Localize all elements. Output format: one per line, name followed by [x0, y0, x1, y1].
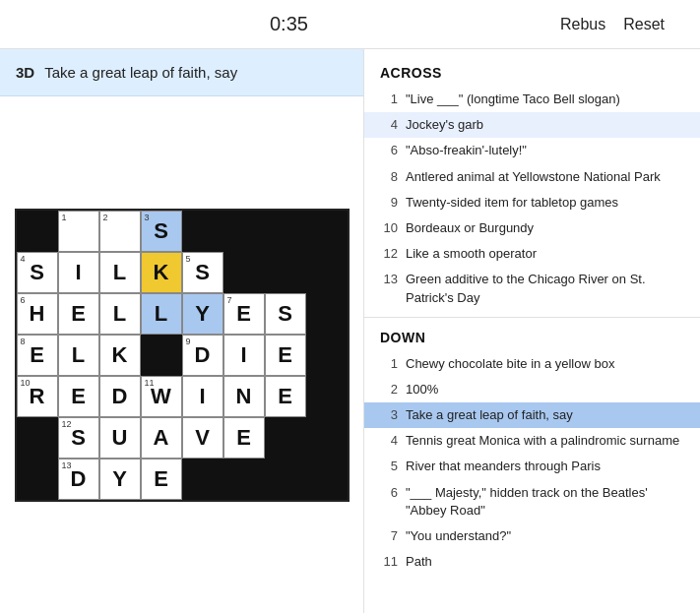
- cell[interactable]: [306, 211, 348, 252]
- clue-text: 100%: [406, 381, 438, 398]
- cell[interactable]: L: [141, 293, 182, 335]
- cell[interactable]: [306, 459, 348, 500]
- cell-letter: E: [236, 303, 251, 325]
- cell[interactable]: 3S: [141, 211, 182, 252]
- cell[interactable]: [223, 459, 265, 500]
- cell[interactable]: [306, 417, 348, 459]
- clue-text: Like a smooth operator: [406, 245, 537, 263]
- cell[interactable]: [306, 376, 348, 417]
- left-panel: 3D Take a great leap of faith, say 123S4…: [0, 49, 364, 613]
- cell[interactable]: 9D: [182, 335, 223, 376]
- cell[interactable]: [306, 335, 348, 376]
- cell[interactable]: [223, 211, 265, 252]
- down-clue-item[interactable]: 1Chewy chocolate bite in a yellow box: [364, 351, 700, 377]
- across-clue-item[interactable]: 4Jockey's garb: [364, 112, 700, 138]
- cell[interactable]: I: [182, 376, 223, 417]
- cell[interactable]: 1: [58, 211, 99, 252]
- cell[interactable]: E: [265, 335, 306, 376]
- cell[interactable]: V: [182, 417, 223, 459]
- across-clues-list: 1"Live ___" (longtime Taco Bell slogan)4…: [364, 87, 700, 311]
- main-content: 3D Take a great leap of faith, say 123S4…: [0, 49, 700, 613]
- cell[interactable]: [306, 252, 348, 293]
- cell[interactable]: L: [99, 252, 141, 293]
- cell[interactable]: S: [265, 293, 306, 335]
- cell[interactable]: E: [141, 459, 182, 500]
- cell[interactable]: [141, 335, 182, 376]
- cell-number: 5: [186, 255, 191, 264]
- across-clue-item[interactable]: 8Antlered animal at Yellowstone National…: [364, 164, 700, 190]
- rebus-button[interactable]: Rebus: [560, 16, 605, 33]
- cell[interactable]: 7E: [223, 293, 265, 335]
- down-clue-item[interactable]: 5River that meanders through Paris: [364, 454, 700, 479]
- cell[interactable]: [265, 459, 306, 500]
- across-clue-item[interactable]: 10Bordeaux or Burgundy: [364, 215, 700, 241]
- cell[interactable]: E: [58, 376, 99, 417]
- cell-letter: E: [236, 427, 251, 449]
- cell[interactable]: U: [99, 417, 141, 459]
- down-clue-item[interactable]: 7"You understand?": [364, 523, 700, 549]
- cell[interactable]: 8E: [17, 335, 58, 376]
- down-clue-item[interactable]: 2100%: [364, 377, 700, 402]
- cell-letter: I: [240, 344, 246, 366]
- cell[interactable]: E: [58, 293, 99, 335]
- cell[interactable]: [182, 459, 223, 500]
- cell[interactable]: [17, 459, 58, 500]
- cell[interactable]: E: [223, 417, 265, 459]
- cell[interactable]: [17, 417, 58, 459]
- cell[interactable]: N: [223, 376, 265, 417]
- cell[interactable]: I: [223, 335, 265, 376]
- down-clue-item[interactable]: 11Path: [364, 549, 700, 575]
- crossword-grid: 123S4SILK5S6HELLY7ES8ELK9DIE10RED11WINE1…: [15, 209, 350, 502]
- cell[interactable]: [265, 252, 306, 293]
- across-clue-item[interactable]: 6"Abso-freakin'-lutely!": [364, 138, 700, 163]
- cell-letter: L: [113, 303, 126, 325]
- clue-text: Antlered animal at Yellowstone National …: [406, 168, 661, 186]
- cell[interactable]: 11W: [141, 376, 182, 417]
- cell-letter: N: [236, 386, 252, 407]
- cell[interactable]: [265, 211, 306, 252]
- cell[interactable]: [223, 252, 265, 293]
- cell-letter: A: [154, 427, 169, 449]
- cell[interactable]: K: [99, 335, 141, 376]
- cell[interactable]: 4S: [17, 252, 58, 293]
- cell[interactable]: D: [99, 376, 141, 417]
- across-clue-item[interactable]: 12Like a smooth operator: [364, 241, 700, 267]
- cell[interactable]: Y: [99, 459, 141, 500]
- clue-text: "Live ___" (longtime Taco Bell slogan): [406, 91, 620, 108]
- cell-letter: D: [195, 344, 211, 366]
- cell[interactable]: K: [141, 252, 182, 293]
- cell[interactable]: [17, 211, 58, 252]
- cell[interactable]: E: [265, 376, 306, 417]
- clue-number: 1: [380, 91, 398, 106]
- cell-letter: H: [30, 303, 45, 325]
- cell[interactable]: [265, 417, 306, 459]
- cell[interactable]: A: [141, 417, 182, 459]
- grid-container: 123S4SILK5S6HELLY7ES8ELK9DIE10RED11WINE1…: [0, 96, 363, 613]
- cell[interactable]: L: [58, 335, 99, 376]
- across-clue-item[interactable]: 9Twenty-sided item for tabletop games: [364, 190, 700, 215]
- cell[interactable]: 6H: [17, 293, 58, 335]
- cell-number: 11: [145, 379, 155, 388]
- cell[interactable]: 2: [99, 211, 141, 252]
- clue-bar: 3D Take a great leap of faith, say: [0, 49, 363, 96]
- cell[interactable]: 12S: [58, 417, 99, 459]
- down-clue-item[interactable]: 3Take a great leap of faith, say: [364, 402, 700, 428]
- reset-button[interactable]: Reset: [623, 16, 665, 33]
- clue-number: 6: [380, 142, 398, 157]
- down-clue-item[interactable]: 6"___ Majesty," hidden track on the Beat…: [364, 480, 700, 523]
- cell[interactable]: L: [99, 293, 141, 335]
- cell-number: 4: [21, 255, 26, 264]
- cell[interactable]: 13D: [58, 459, 99, 500]
- cell[interactable]: 5S: [182, 252, 223, 293]
- down-clue-item[interactable]: 4Tennis great Monica with a palindromic …: [364, 428, 700, 454]
- cell[interactable]: [182, 211, 223, 252]
- cell-letter: L: [155, 303, 167, 325]
- across-clue-item[interactable]: 13Green additive to the Chicago River on…: [364, 267, 700, 310]
- right-panel: ACROSS 1"Live ___" (longtime Taco Bell s…: [364, 49, 700, 613]
- cell[interactable]: I: [58, 252, 99, 293]
- cell[interactable]: 10R: [17, 376, 58, 417]
- across-clue-item[interactable]: 1"Live ___" (longtime Taco Bell slogan): [364, 87, 700, 112]
- cell[interactable]: [306, 293, 348, 335]
- cell[interactable]: Y: [182, 293, 223, 335]
- clue-text: Green additive to the Chicago River on S…: [406, 271, 684, 306]
